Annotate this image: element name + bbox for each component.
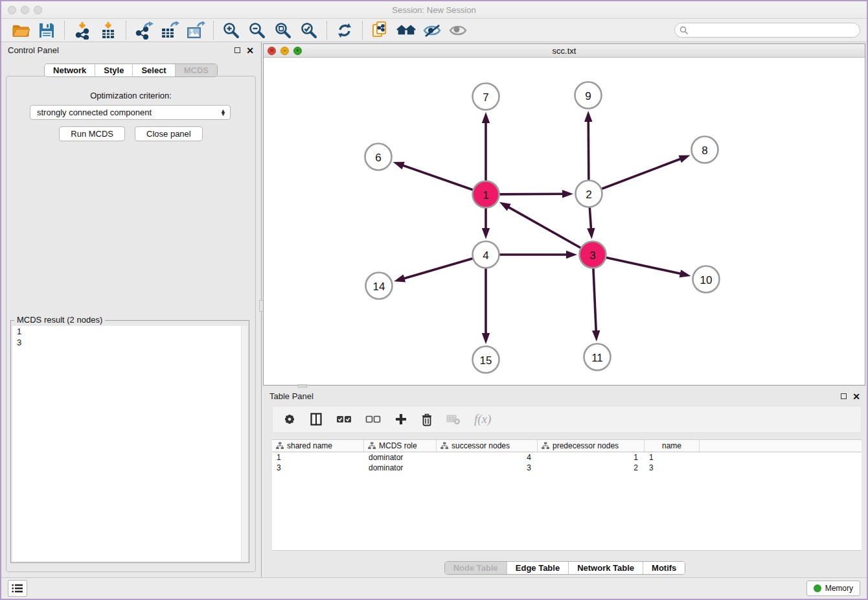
app-window: Session: New Session bbox=[0, 0, 868, 600]
column-header-MCDS-role[interactable]: MCDS role bbox=[364, 440, 437, 452]
float-table-panel-icon[interactable] bbox=[841, 393, 847, 399]
graph-node-label: 15 bbox=[480, 354, 492, 367]
table-cell[interactable]: 3 bbox=[437, 463, 538, 473]
result-scrollbar[interactable] bbox=[241, 326, 247, 561]
memory-status-dot-icon bbox=[814, 584, 821, 592]
import-table-icon[interactable] bbox=[98, 21, 118, 40]
graph-edge-arrowhead bbox=[592, 330, 600, 341]
graph-node-label: 4 bbox=[483, 249, 488, 262]
graph-edge-2-8[interactable] bbox=[589, 158, 683, 194]
export-network-icon[interactable] bbox=[134, 21, 154, 40]
close-panel-icon[interactable]: ✕ bbox=[246, 46, 254, 55]
graph-node-label: 14 bbox=[373, 281, 385, 293]
main-toolbar bbox=[1, 19, 867, 42]
zoom-in-icon[interactable] bbox=[222, 21, 241, 40]
table-settings-gear-icon[interactable] bbox=[283, 413, 296, 426]
zoom-selected-icon[interactable] bbox=[299, 21, 319, 40]
show-columns-icon[interactable] bbox=[310, 413, 323, 426]
graph-node-label: 9 bbox=[585, 90, 591, 102]
graph-edge-arrowhead bbox=[566, 251, 577, 259]
graph-node-label: 10 bbox=[700, 274, 713, 286]
table-cell[interactable]: 1 bbox=[272, 452, 364, 463]
export-image-icon[interactable] bbox=[186, 21, 205, 40]
column-header-shared-name[interactable]: shared name bbox=[272, 440, 364, 452]
graph-node-label: 3 bbox=[589, 249, 595, 262]
tab-select[interactable]: Select bbox=[132, 64, 174, 76]
table-row[interactable]: 3dominator323 bbox=[272, 463, 862, 473]
graph-edge-arrowhead bbox=[482, 228, 490, 239]
memory-button[interactable]: Memory bbox=[806, 581, 860, 596]
close-panel-button[interactable]: Close panel bbox=[135, 126, 203, 141]
network-window-titlebar[interactable]: ✕ − + scc.txt bbox=[264, 44, 865, 58]
column-header-label: predecessor nodes bbox=[553, 441, 619, 450]
close-table-panel-icon[interactable]: ✕ bbox=[852, 392, 860, 401]
refresh-layout-icon[interactable] bbox=[335, 21, 354, 40]
column-header-label: MCDS role bbox=[379, 441, 417, 450]
table-cell[interactable]: dominator bbox=[364, 463, 437, 473]
search-input[interactable] bbox=[691, 25, 860, 36]
table-cell[interactable]: 3 bbox=[272, 463, 364, 473]
search-box[interactable] bbox=[674, 23, 860, 38]
export-table-icon[interactable] bbox=[160, 21, 179, 40]
graph-edge-arrowhead bbox=[562, 190, 573, 198]
tab-network[interactable]: Network bbox=[45, 64, 95, 76]
select-chevrons-icon: ▲▼ bbox=[220, 110, 226, 116]
search-icon bbox=[680, 26, 689, 35]
table-tab-network-table[interactable]: Network Table bbox=[568, 562, 643, 574]
graph-node-label: 8 bbox=[702, 144, 707, 157]
mcds-result-list[interactable]: 13 bbox=[12, 326, 247, 561]
zoom-fit-icon[interactable] bbox=[273, 21, 293, 40]
table-cell[interactable]: 1 bbox=[645, 452, 700, 463]
select-all-checked-icon[interactable] bbox=[336, 415, 352, 424]
table-row[interactable]: 1dominator411 bbox=[272, 452, 862, 463]
toolbar-separator bbox=[126, 21, 126, 40]
table-header-row: shared nameMCDS rolesuccessor nodesprede… bbox=[272, 440, 862, 452]
function-builder-fx-icon: f(x) bbox=[474, 412, 491, 426]
graph-node-label: 2 bbox=[586, 189, 591, 201]
graph-node-label: 7 bbox=[483, 91, 488, 104]
unselect-all-unchecked-icon[interactable] bbox=[365, 415, 381, 424]
mcds-result-item[interactable]: 3 bbox=[12, 337, 247, 348]
table-panel-title: Table Panel bbox=[269, 391, 314, 401]
network-canvas[interactable]: 7968124314101511 bbox=[264, 58, 865, 385]
status-bar: Memory bbox=[1, 577, 867, 599]
open-session-icon[interactable] bbox=[11, 21, 30, 40]
mcds-tab-pane: Optimization criterion: strongly connect… bbox=[6, 76, 256, 572]
table-tab-motifs[interactable]: Motifs bbox=[643, 562, 685, 574]
hide-selected-eye-slash-icon[interactable] bbox=[422, 21, 442, 40]
zoom-out-icon[interactable] bbox=[247, 21, 267, 40]
graph-edge-3-1[interactable] bbox=[506, 206, 593, 255]
mcds-result-title: MCDS result (2 nodes) bbox=[14, 315, 105, 325]
column-header-label: successor nodes bbox=[451, 441, 510, 450]
column-header-successor-nodes[interactable]: successor nodes bbox=[437, 440, 538, 452]
save-session-icon[interactable] bbox=[37, 21, 56, 40]
criterion-select[interactable]: strongly connected component ▲▼ bbox=[30, 105, 231, 120]
mcds-result-item[interactable]: 1 bbox=[12, 326, 247, 337]
tab-mcds[interactable]: MCDS bbox=[175, 64, 217, 76]
table-cell[interactable]: 3 bbox=[645, 463, 700, 473]
title-bar: Session: New Session bbox=[1, 1, 867, 19]
table-tab-node-table[interactable]: Node Table bbox=[445, 562, 507, 574]
graph-node-label: 11 bbox=[591, 352, 603, 364]
table-cell[interactable]: 4 bbox=[437, 452, 538, 463]
tab-style[interactable]: Style bbox=[95, 64, 132, 76]
float-panel-icon[interactable] bbox=[234, 47, 240, 53]
add-column-plus-icon[interactable] bbox=[394, 413, 407, 426]
first-neighbors-icon[interactable] bbox=[371, 21, 390, 40]
table-cell[interactable]: dominator bbox=[364, 452, 437, 463]
import-network-icon[interactable] bbox=[73, 21, 92, 40]
delete-column-trash-icon[interactable] bbox=[421, 413, 433, 426]
task-history-button[interactable] bbox=[8, 580, 27, 597]
table-cell[interactable]: 2 bbox=[538, 463, 645, 473]
column-header-name[interactable]: name bbox=[645, 440, 700, 452]
table-cell[interactable]: 1 bbox=[538, 452, 645, 463]
run-mcds-button[interactable]: Run MCDS bbox=[59, 126, 125, 141]
show-all-eye-icon[interactable] bbox=[448, 21, 468, 40]
column-type-icon bbox=[440, 442, 448, 450]
table-tab-edge-table[interactable]: Edge Table bbox=[507, 562, 568, 574]
network-overview-houses-icon[interactable] bbox=[396, 21, 416, 40]
graph-edge-arrowhead bbox=[680, 270, 691, 277]
mcds-result-groupbox: MCDS result (2 nodes) 13 bbox=[10, 320, 249, 563]
column-header-predecessor-nodes[interactable]: predecessor nodes bbox=[538, 440, 645, 452]
network-window: ✕ − + scc.txt 7968124314101511 bbox=[263, 43, 865, 386]
